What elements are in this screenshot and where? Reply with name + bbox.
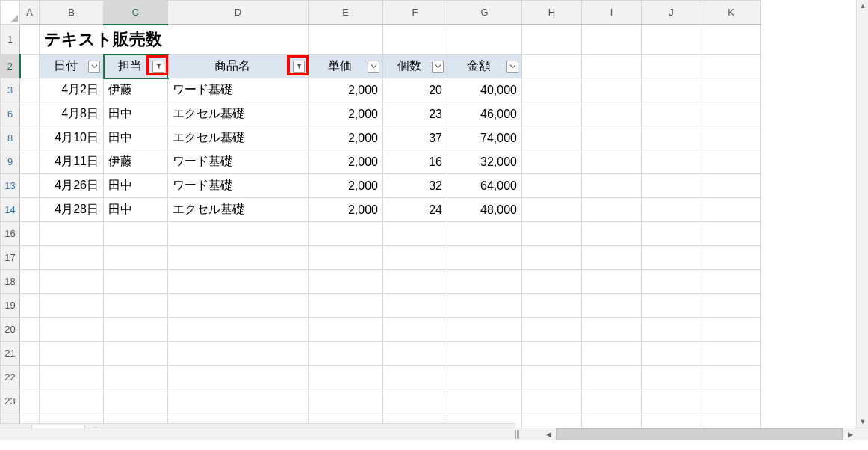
- cell[interactable]: [20, 25, 40, 55]
- cell[interactable]: [522, 413, 582, 428]
- scroll-left-arrow[interactable]: ◀: [542, 428, 554, 440]
- row-header-17[interactable]: 17: [1, 246, 20, 270]
- cell[interactable]: [642, 25, 701, 55]
- cell[interactable]: [582, 366, 642, 389]
- cell[interactable]: [20, 198, 40, 222]
- cell[interactable]: [642, 270, 701, 294]
- cell[interactable]: [522, 366, 582, 389]
- cell[interactable]: [701, 198, 761, 222]
- row-header-16[interactable]: 16: [1, 222, 20, 246]
- table-header-price[interactable]: 単価: [309, 55, 383, 78]
- cell[interactable]: [447, 246, 522, 270]
- table-cell-price[interactable]: 2,000: [309, 126, 383, 150]
- table-header-item[interactable]: 商品名: [168, 55, 309, 78]
- horizontal-scrollbar[interactable]: ◀ ▶: [542, 428, 856, 440]
- cell[interactable]: [104, 318, 168, 342]
- cell[interactable]: [20, 222, 40, 246]
- cell[interactable]: [40, 270, 104, 294]
- cell[interactable]: [642, 366, 701, 389]
- cell[interactable]: [309, 366, 383, 389]
- cell[interactable]: [522, 318, 582, 342]
- cell[interactable]: [20, 342, 40, 366]
- cell[interactable]: [309, 318, 383, 342]
- column-header-F[interactable]: F: [383, 1, 447, 25]
- cell[interactable]: [40, 389, 104, 413]
- cell[interactable]: [642, 150, 701, 174]
- cell[interactable]: [701, 102, 761, 126]
- cell[interactable]: [642, 102, 701, 126]
- cell[interactable]: [40, 318, 104, 342]
- table-cell-qty[interactable]: 20: [383, 78, 447, 102]
- cell[interactable]: [168, 246, 309, 270]
- cell[interactable]: [20, 318, 40, 342]
- cell[interactable]: [20, 294, 40, 318]
- table-cell-staff[interactable]: 伊藤: [104, 78, 168, 102]
- cell[interactable]: [522, 55, 582, 78]
- cell[interactable]: [383, 318, 447, 342]
- cell[interactable]: [104, 222, 168, 246]
- row-header-19[interactable]: 19: [1, 294, 20, 318]
- cell[interactable]: [701, 150, 761, 174]
- column-header-J[interactable]: J: [642, 1, 701, 25]
- cell[interactable]: [20, 150, 40, 174]
- table-cell-qty[interactable]: 16: [383, 150, 447, 174]
- table-cell-date[interactable]: 4月28日: [40, 198, 104, 222]
- cell[interactable]: [642, 198, 701, 222]
- cell[interactable]: [582, 150, 642, 174]
- cell[interactable]: [309, 294, 383, 318]
- column-header-I[interactable]: I: [582, 1, 642, 25]
- table-cell-qty[interactable]: 32: [383, 174, 447, 198]
- cell[interactable]: [522, 342, 582, 366]
- cell[interactable]: [309, 25, 383, 55]
- table-cell-item[interactable]: エクセル基礎: [168, 126, 309, 150]
- cell[interactable]: [383, 294, 447, 318]
- cell[interactable]: [104, 389, 168, 413]
- table-cell-price[interactable]: 2,000: [309, 102, 383, 126]
- cell[interactable]: [701, 294, 761, 318]
- cell[interactable]: [168, 222, 309, 246]
- scroll-up-arrow[interactable]: ▲: [857, 0, 868, 12]
- cell[interactable]: [701, 413, 761, 428]
- cell[interactable]: [20, 126, 40, 150]
- cell[interactable]: [20, 246, 40, 270]
- hscroll-thumb[interactable]: [556, 428, 843, 440]
- cell[interactable]: [20, 55, 40, 78]
- cell[interactable]: [701, 126, 761, 150]
- table-header-amount[interactable]: 金額: [447, 55, 522, 78]
- table-cell-staff[interactable]: 田中: [104, 198, 168, 222]
- cell[interactable]: [447, 342, 522, 366]
- cell[interactable]: [447, 318, 522, 342]
- table-cell-item[interactable]: ワード基礎: [168, 174, 309, 198]
- select-all-cell[interactable]: [1, 1, 20, 25]
- cell[interactable]: [701, 366, 761, 389]
- cell[interactable]: [309, 270, 383, 294]
- cell[interactable]: [168, 366, 309, 389]
- cell[interactable]: [642, 413, 701, 428]
- cell[interactable]: [309, 342, 383, 366]
- cell[interactable]: [582, 222, 642, 246]
- cell[interactable]: [168, 318, 309, 342]
- cell[interactable]: [40, 246, 104, 270]
- column-header-E[interactable]: E: [309, 1, 383, 25]
- cell[interactable]: [383, 342, 447, 366]
- cell[interactable]: [701, 25, 761, 55]
- cell[interactable]: [701, 222, 761, 246]
- scroll-right-arrow[interactable]: ▶: [844, 428, 856, 440]
- table-cell-staff[interactable]: 田中: [104, 102, 168, 126]
- column-header-H[interactable]: H: [522, 1, 582, 25]
- cell[interactable]: [582, 342, 642, 366]
- cell[interactable]: [447, 25, 522, 55]
- cell[interactable]: [701, 174, 761, 198]
- table-cell-staff[interactable]: 田中: [104, 174, 168, 198]
- cell[interactable]: [20, 366, 40, 389]
- table-cell-date[interactable]: 4月10日: [40, 126, 104, 150]
- cell[interactable]: [447, 222, 522, 246]
- cell[interactable]: [20, 389, 40, 413]
- cell[interactable]: [701, 270, 761, 294]
- row-header-8[interactable]: 8: [1, 126, 20, 150]
- cell[interactable]: [309, 246, 383, 270]
- filter-applied-icon[interactable]: [293, 61, 305, 73]
- cell[interactable]: [168, 342, 309, 366]
- column-header-D[interactable]: D: [168, 1, 309, 25]
- cell[interactable]: [383, 246, 447, 270]
